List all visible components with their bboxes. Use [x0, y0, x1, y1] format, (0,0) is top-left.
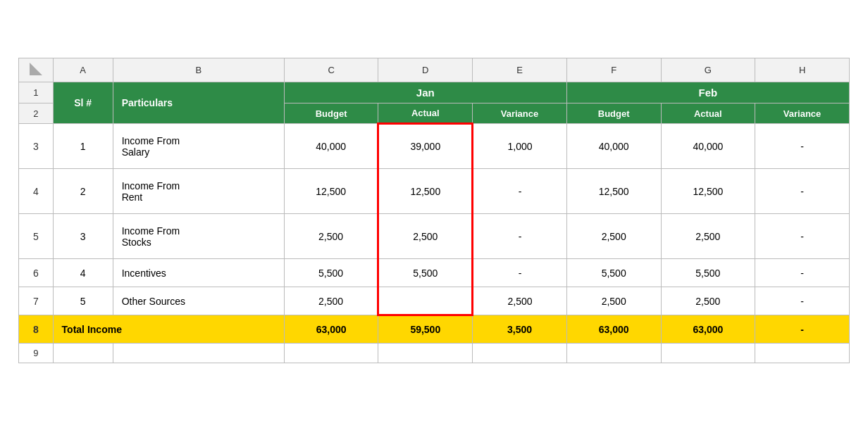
jan-variance-7: 2,500: [473, 287, 567, 315]
row-num-7: 7: [19, 287, 54, 315]
feb-actual-7: 2,500: [661, 287, 755, 315]
feb-budget-header: Budget: [566, 103, 661, 124]
feb-actual-header: Actual: [661, 103, 755, 124]
row-num-8: 8: [19, 315, 54, 344]
header-row-1: 1 Sl # Particulars Jan Feb: [19, 82, 850, 103]
empty-f-9: [566, 344, 661, 363]
col-c-header: C: [284, 58, 378, 82]
jan-variance-3: 1,000: [473, 124, 567, 169]
feb-budget-5: 2,500: [566, 214, 661, 259]
jan-variance-header: Variance: [473, 103, 567, 124]
jan-variance-6: -: [473, 259, 567, 287]
corner-cell: [19, 58, 54, 82]
spreadsheet: A B C D E F G H 1 Sl # Particulars Jan F…: [18, 58, 850, 363]
particulars-7: Other Sources: [113, 287, 284, 315]
data-row-6: 6 4 Incentives 5,500 5,500 - 5,500 5,500…: [19, 259, 850, 287]
data-row-7: 7 5 Other Sources 2,500 2,500 2,500 2,50…: [19, 287, 850, 315]
particulars-5: Income FromStocks: [113, 214, 284, 259]
data-row-4: 4 2 Income FromRent 12,500 12,500 - 12,5…: [19, 169, 850, 214]
sl-7: 5: [53, 287, 113, 315]
feb-actual-4: 12,500: [661, 169, 755, 214]
feb-budget-4: 12,500: [566, 169, 661, 214]
total-label: Total Income: [53, 315, 284, 344]
total-jan-variance: 3,500: [473, 315, 567, 344]
col-b-header: B: [113, 58, 284, 82]
feb-variance-5: -: [755, 214, 850, 259]
empty-d-9: [378, 344, 473, 363]
particulars-3: Income FromSalary: [113, 124, 284, 169]
row-num-4: 4: [19, 169, 54, 214]
row-num-5: 5: [19, 214, 54, 259]
col-f-header: F: [566, 58, 661, 82]
feb-budget-3: 40,000: [566, 124, 661, 169]
column-header-row: A B C D E F G H: [19, 58, 850, 82]
col-h-header: H: [755, 58, 850, 82]
sl-6: 4: [53, 259, 113, 287]
feb-budget-6: 5,500: [566, 259, 661, 287]
feb-variance-4: -: [755, 169, 850, 214]
sl-header: Sl #: [53, 82, 113, 124]
col-g-header: G: [661, 58, 755, 82]
jan-budget-6: 5,500: [284, 259, 378, 287]
sl-3: 1: [53, 124, 113, 169]
total-feb-actual: 63,000: [661, 315, 755, 344]
jan-header: Jan: [284, 82, 566, 103]
row-num-3: 3: [19, 124, 54, 169]
empty-row-9: 9: [19, 344, 850, 363]
empty-h-9: [755, 344, 850, 363]
jan-actual-4: 12,500: [378, 169, 473, 214]
empty-c-9: [284, 344, 378, 363]
col-a-header: A: [53, 58, 113, 82]
col-e-header: E: [473, 58, 567, 82]
feb-variance-7: -: [755, 287, 850, 315]
feb-actual-6: 5,500: [661, 259, 755, 287]
data-row-5: 5 3 Income FromStocks 2,500 2,500 - 2,50…: [19, 214, 850, 259]
empty-b-9: [113, 344, 284, 363]
svg-marker-0: [30, 63, 42, 75]
jan-budget-header: Budget: [284, 103, 378, 124]
total-feb-budget: 63,000: [566, 315, 661, 344]
jan-actual-6: 5,500: [378, 259, 473, 287]
jan-actual-7: [378, 287, 473, 315]
total-row: 8 Total Income 63,000 59,500 3,500 63,00…: [19, 315, 850, 344]
jan-actual-3: 39,000: [378, 124, 473, 169]
particulars-header: Particulars: [113, 82, 284, 124]
row-num-1: 1: [19, 82, 54, 103]
empty-a-9: [53, 344, 113, 363]
col-d-header: D: [378, 58, 473, 82]
feb-variance-3: -: [755, 124, 850, 169]
particulars-6: Incentives: [113, 259, 284, 287]
jan-budget-4: 12,500: [284, 169, 378, 214]
jan-variance-5: -: [473, 214, 567, 259]
row-num-9: 9: [19, 344, 54, 363]
total-feb-variance: -: [755, 315, 850, 344]
feb-variance-6: -: [755, 259, 850, 287]
row-num-6: 6: [19, 259, 54, 287]
sl-5: 3: [53, 214, 113, 259]
total-jan-actual: 59,500: [378, 315, 473, 344]
feb-budget-7: 2,500: [566, 287, 661, 315]
jan-budget-5: 2,500: [284, 214, 378, 259]
sl-4: 2: [53, 169, 113, 214]
jan-variance-4: -: [473, 169, 567, 214]
empty-e-9: [473, 344, 567, 363]
jan-budget-3: 40,000: [284, 124, 378, 169]
feb-actual-3: 40,000: [661, 124, 755, 169]
data-row-3: 3 1 Income FromSalary 40,000 39,000 1,00…: [19, 124, 850, 169]
jan-budget-7: 2,500: [284, 287, 378, 315]
total-jan-budget: 63,000: [284, 315, 378, 344]
jan-actual-header: Actual: [378, 103, 473, 124]
row-num-2: 2: [19, 103, 54, 124]
particulars-4: Income FromRent: [113, 169, 284, 214]
jan-actual-5: 2,500: [378, 214, 473, 259]
feb-variance-header: Variance: [755, 103, 850, 124]
empty-g-9: [661, 344, 755, 363]
feb-header: Feb: [566, 82, 849, 103]
feb-actual-5: 2,500: [661, 214, 755, 259]
